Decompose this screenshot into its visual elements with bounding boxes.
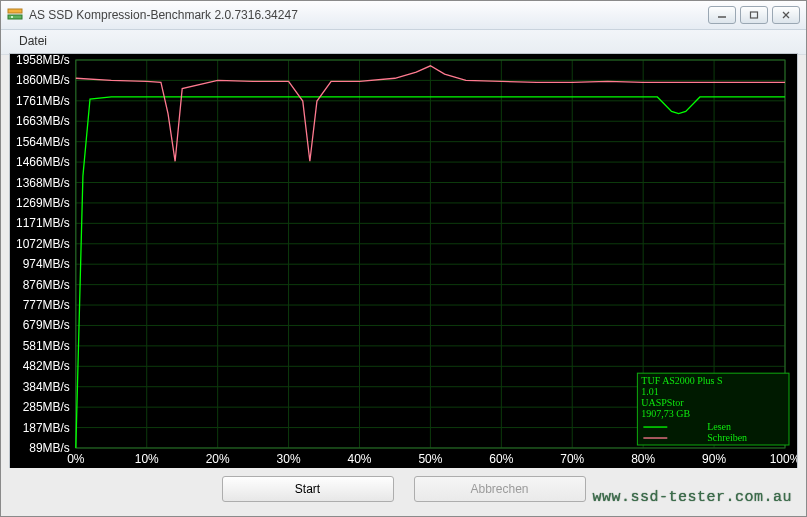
svg-text:974MB/s: 974MB/s	[23, 257, 70, 271]
app-icon	[7, 7, 23, 23]
svg-text:679MB/s: 679MB/s	[23, 318, 70, 332]
svg-text:384MB/s: 384MB/s	[23, 380, 70, 394]
svg-text:89MB/s: 89MB/s	[29, 441, 70, 455]
watermark: www.ssd-tester.com.au	[592, 489, 792, 506]
svg-text:70%: 70%	[560, 452, 584, 466]
compression-chart: 1958MB/s1860MB/s1761MB/s1663MB/s1564MB/s…	[10, 54, 797, 468]
svg-text:10%: 10%	[135, 452, 159, 466]
svg-text:1368MB/s: 1368MB/s	[16, 176, 70, 190]
svg-text:80%: 80%	[631, 452, 655, 466]
svg-rect-1	[8, 15, 22, 19]
svg-text:1564MB/s: 1564MB/s	[16, 135, 70, 149]
window-title: AS SSD Kompression-Benchmark 2.0.7316.34…	[29, 8, 708, 22]
abort-button: Abbrechen	[414, 476, 586, 502]
svg-text:1860MB/s: 1860MB/s	[16, 73, 70, 87]
svg-text:1663MB/s: 1663MB/s	[16, 114, 70, 128]
svg-text:1907,73 GB: 1907,73 GB	[641, 408, 690, 419]
svg-text:482MB/s: 482MB/s	[23, 359, 70, 373]
svg-text:20%: 20%	[206, 452, 230, 466]
svg-text:1466MB/s: 1466MB/s	[16, 155, 70, 169]
svg-text:40%: 40%	[348, 452, 372, 466]
svg-text:Schreiben: Schreiben	[707, 432, 747, 443]
svg-text:187MB/s: 187MB/s	[23, 421, 70, 435]
svg-rect-2	[11, 16, 13, 18]
svg-text:1269MB/s: 1269MB/s	[16, 196, 70, 210]
minimize-button[interactable]	[708, 6, 736, 24]
svg-text:TUF AS2000 Plus S: TUF AS2000 Plus S	[641, 375, 722, 386]
maximize-button[interactable]	[740, 6, 768, 24]
svg-text:1.01: 1.01	[641, 386, 658, 397]
menubar: Datei	[1, 30, 806, 55]
svg-text:1958MB/s: 1958MB/s	[16, 54, 70, 67]
window-buttons	[708, 6, 800, 24]
svg-text:50%: 50%	[418, 452, 442, 466]
svg-text:60%: 60%	[489, 452, 513, 466]
svg-text:30%: 30%	[277, 452, 301, 466]
svg-text:1761MB/s: 1761MB/s	[16, 94, 70, 108]
svg-text:285MB/s: 285MB/s	[23, 400, 70, 414]
chart-panel: 1958MB/s1860MB/s1761MB/s1663MB/s1564MB/s…	[9, 53, 798, 468]
menu-file[interactable]: Datei	[11, 32, 55, 50]
svg-text:90%: 90%	[702, 452, 726, 466]
svg-text:581MB/s: 581MB/s	[23, 339, 70, 353]
svg-rect-0	[8, 9, 22, 13]
svg-text:1171MB/s: 1171MB/s	[16, 216, 70, 230]
start-button[interactable]: Start	[222, 476, 394, 502]
titlebar: AS SSD Kompression-Benchmark 2.0.7316.34…	[1, 1, 806, 30]
close-button[interactable]	[772, 6, 800, 24]
svg-text:100%: 100%	[770, 452, 797, 466]
app-window: AS SSD Kompression-Benchmark 2.0.7316.34…	[0, 0, 807, 517]
svg-text:UASPStor: UASPStor	[641, 397, 684, 408]
svg-rect-4	[751, 12, 758, 18]
svg-text:876MB/s: 876MB/s	[23, 278, 70, 292]
svg-text:1072MB/s: 1072MB/s	[16, 237, 70, 251]
svg-text:777MB/s: 777MB/s	[23, 298, 70, 312]
svg-text:0%: 0%	[67, 452, 85, 466]
svg-text:Lesen: Lesen	[707, 421, 731, 432]
